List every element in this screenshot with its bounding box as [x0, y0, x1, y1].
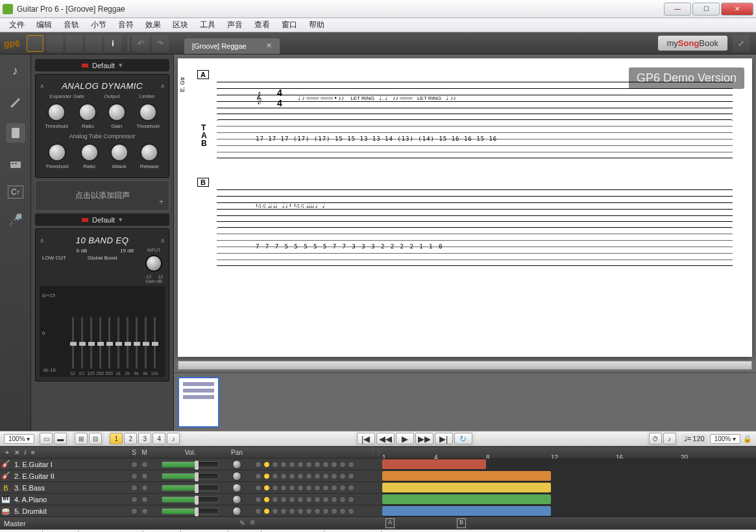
marker-b[interactable]: B — [457, 518, 466, 528]
automation-dot[interactable] — [314, 485, 321, 491]
automation-dot[interactable] — [306, 508, 312, 514]
print-button[interactable] — [85, 35, 102, 52]
menu-音轨[interactable]: 音轨 — [58, 18, 84, 32]
volume-slider[interactable] — [162, 508, 219, 514]
automation-dot[interactable] — [306, 473, 312, 479]
volume-slider[interactable] — [162, 485, 219, 491]
pan-knob[interactable] — [232, 460, 241, 469]
mixer-tool[interactable] — [6, 154, 25, 174]
multivoice-button[interactable]: ♪ — [167, 433, 180, 444]
automation-dot[interactable] — [323, 485, 329, 491]
pan-knob[interactable] — [232, 507, 241, 516]
automation-dot[interactable] — [331, 496, 337, 503]
play-button[interactable]: ▶ — [396, 433, 414, 444]
mute-button[interactable] — [141, 496, 148, 503]
zoom-select-2[interactable]: 100% ▾ — [710, 434, 740, 444]
knob-release[interactable]: Release — [140, 143, 159, 169]
automation-dot[interactable] — [348, 508, 354, 514]
effects-tool[interactable] — [6, 123, 25, 143]
last-button[interactable]: ▶| — [435, 433, 453, 444]
automation-dot[interactable] — [348, 461, 354, 468]
countdown-button[interactable]: ♪ — [663, 433, 676, 444]
document-tab[interactable]: [Groove] Reggae ✕ — [184, 38, 280, 54]
automation-dot[interactable] — [263, 485, 270, 491]
maximize-button[interactable]: ☐ — [692, 3, 720, 16]
menu-效果[interactable]: 效果 — [140, 18, 166, 32]
volume-slider[interactable] — [162, 461, 219, 468]
automation-dot[interactable] — [280, 496, 287, 503]
automation-dot[interactable] — [280, 473, 287, 479]
automation-dot[interactable] — [339, 461, 346, 468]
automation-dot[interactable] — [280, 485, 287, 491]
track-clip[interactable] — [382, 459, 486, 469]
voice-2[interactable]: 2 — [124, 433, 137, 444]
knob-ratio[interactable]: Ratio — [79, 103, 97, 129]
mysongbook-button[interactable]: mySongBook — [658, 36, 727, 51]
automation-dot[interactable] — [323, 461, 329, 468]
close-button[interactable]: ✕ — [721, 3, 753, 16]
note-tool[interactable]: ♪ — [6, 61, 25, 80]
track-row[interactable]: 🎹4. A.Piano — [0, 493, 756, 505]
automation-dot[interactable] — [348, 473, 354, 479]
zoom-select[interactable]: 100% ▾ — [4, 434, 34, 444]
knob-gain[interactable]: Gain — [108, 103, 126, 129]
automation-dot[interactable] — [263, 461, 270, 468]
volume-slider[interactable] — [162, 473, 219, 479]
tab-staff[interactable]: 7 7 7 5 5 5 5 5 7 7 3 3 3 2 2 2 2 1 1 0 — [217, 227, 733, 266]
automation-dot[interactable] — [323, 496, 329, 503]
automation-dot[interactable] — [306, 496, 312, 503]
pan-knob[interactable] — [232, 483, 241, 492]
automation-dot[interactable] — [331, 461, 337, 468]
track-clip[interactable] — [382, 483, 551, 492]
menu-区块[interactable]: 区块 — [167, 18, 193, 32]
mute-button[interactable] — [141, 473, 148, 479]
view-mode-2[interactable]: ⊟ — [89, 433, 102, 444]
automation-dot[interactable] — [255, 508, 262, 514]
automation-dot[interactable] — [272, 473, 278, 479]
remove-track-icon[interactable]: ✕ — [14, 449, 19, 456]
automation-dot[interactable] — [297, 461, 304, 468]
automation-dot[interactable] — [280, 461, 287, 468]
automation-dot[interactable] — [314, 473, 321, 479]
scroll-layout-button[interactable]: ▬ — [54, 433, 67, 444]
solo-button[interactable] — [131, 473, 138, 479]
info-button[interactable]: i — [104, 35, 121, 52]
track-info-icon[interactable]: i — [25, 449, 26, 456]
master-edit-icon[interactable]: ✎ — [239, 519, 245, 527]
mic-tool[interactable]: 🎤 — [6, 210, 25, 230]
guitar-tool[interactable] — [6, 92, 25, 112]
save-file-button[interactable] — [66, 35, 82, 52]
knob-threshold[interactable]: Threshold — [45, 143, 69, 169]
master-fx-dot[interactable] — [249, 519, 256, 526]
pan-knob[interactable] — [232, 472, 241, 481]
track-row[interactable]: B3. E.Bass — [0, 481, 756, 493]
automation-dot[interactable] — [306, 485, 312, 491]
knob-attack[interactable]: Attack — [110, 143, 128, 169]
lock-icon[interactable]: 🔒 — [743, 435, 752, 443]
menu-小节[interactable]: 小节 — [86, 18, 112, 32]
preset-selector-2[interactable]: Default ▾ — [35, 213, 169, 226]
track-clip[interactable] — [382, 506, 551, 516]
mute-button[interactable] — [141, 485, 148, 491]
automation-dot[interactable] — [348, 496, 354, 503]
eq-band-32[interactable]: 32 — [69, 290, 76, 376]
metronome-button[interactable]: ⏱ — [649, 433, 662, 444]
eq-band-16k[interactable]: 16k — [151, 290, 158, 376]
notation-staff[interactable]: 𝄽 ♫♫ ♩♩ ♩♩ ♩ ♩ 𝄽 𝄽 ♫♫ ♩♩♩♩ ♩ ♩ — [217, 189, 733, 222]
pan-knob[interactable] — [232, 495, 241, 504]
eq-band-2k[interactable]: 2k — [124, 290, 130, 376]
tab-staff[interactable]: TAB 17 17 17 (17) (17) 15 15 13 13 14 (1… — [217, 119, 733, 158]
automation-dot[interactable] — [331, 508, 337, 514]
automation-dot[interactable] — [289, 508, 295, 514]
menu-窗口[interactable]: 窗口 — [276, 18, 302, 32]
automation-dot[interactable] — [314, 508, 321, 514]
automation-dot[interactable] — [314, 461, 321, 468]
menu-编辑[interactable]: 编辑 — [31, 18, 57, 32]
track-row[interactable]: 🎸1. E.Guitar I — [0, 458, 756, 470]
menu-工具[interactable]: 工具 — [195, 18, 221, 32]
menu-文件[interactable]: 文件 — [4, 18, 30, 32]
automation-dot[interactable] — [255, 461, 262, 468]
mute-button[interactable] — [141, 508, 148, 514]
tempo-display[interactable]: ♩= 120 — [681, 433, 707, 444]
solo-button[interactable] — [131, 508, 138, 514]
